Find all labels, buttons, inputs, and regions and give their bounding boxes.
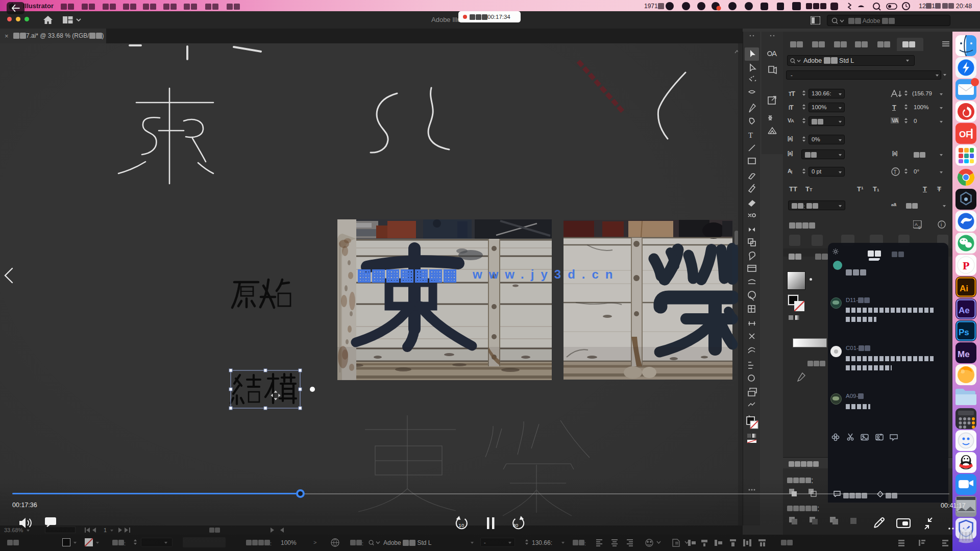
svg-text:P: P bbox=[963, 259, 969, 272]
svg-text:OF: OF bbox=[959, 130, 971, 139]
svg-text:A: A bbox=[915, 222, 918, 227]
svg-text:g: g bbox=[918, 224, 920, 229]
svg-text:Ai: Ai bbox=[960, 284, 968, 293]
svg-text:Ps: Ps bbox=[959, 328, 969, 337]
svg-text:Ae: Ae bbox=[959, 306, 970, 315]
svg-text:10: 10 bbox=[459, 522, 464, 528]
svg-text:30: 30 bbox=[513, 522, 519, 528]
svg-text:A: A bbox=[772, 49, 777, 58]
svg-text:T: T bbox=[894, 169, 897, 175]
svg-text:i: i bbox=[941, 222, 942, 228]
svg-text:T: T bbox=[748, 131, 753, 139]
svg-text:Me: Me bbox=[958, 349, 970, 359]
